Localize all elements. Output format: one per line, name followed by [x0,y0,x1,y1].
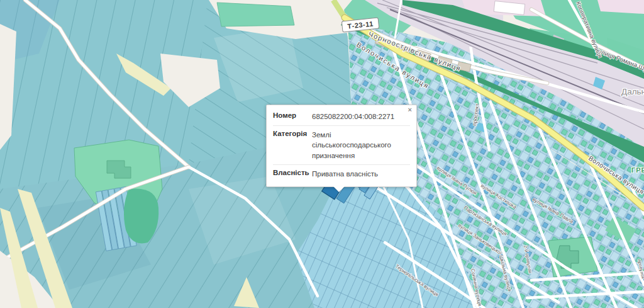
popup-label-ownership: Власність [273,169,312,180]
popup-row-number: Номер 6825082200:04:008:2271 [273,108,410,125]
parcel-info-popup: × Номер 6825082200:04:008:2271 Категорія… [266,105,417,187]
popup-value-ownership: Приватна власність [312,169,410,180]
popup-value-number: 6825082200:04:008:2271 [312,111,410,122]
popup-label-category: Категорія [273,130,312,161]
place-label-hrechany: ГРЕЧАНИ [631,166,644,174]
popup-value-category: Землі сільськогосподарського призначення [312,130,410,161]
popup-pointer [333,186,345,192]
popup-row-category: Категорія Землі сільськогосподарського п… [273,125,410,164]
close-icon[interactable]: × [408,106,412,113]
popup-label-number: Номер [273,111,312,122]
place-label-dalni: Дальні [621,87,644,96]
popup-row-ownership: Власність Приватна власність [273,164,410,183]
